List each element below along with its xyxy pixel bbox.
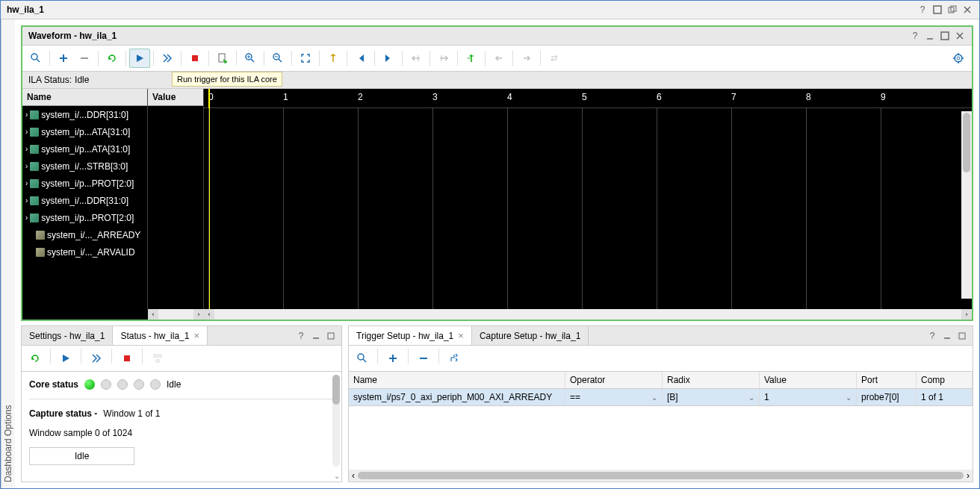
signal-row[interactable]: ›system_i/...STRB[3:0]	[22, 158, 147, 175]
ruler-tick: 1	[283, 92, 288, 102]
trigger-mode-button[interactable]	[444, 349, 465, 368]
zoom-out-button[interactable]	[267, 49, 288, 68]
chevron-down-icon[interactable]: ⌄	[748, 393, 754, 402]
next-marker-button[interactable]	[516, 49, 537, 68]
close-icon[interactable]: ×	[458, 330, 464, 341]
zoom-fit-button[interactable]	[295, 49, 316, 68]
maximize-icon[interactable]	[325, 330, 337, 342]
close-icon[interactable]: ×	[193, 330, 199, 341]
flowchart-button[interactable]	[147, 349, 168, 368]
scroll-left-icon[interactable]: ‹	[148, 309, 158, 320]
signal-row[interactable]: ›system_i/p...ATA[31:0]	[22, 140, 147, 158]
trigger-value[interactable]: 1	[764, 392, 769, 402]
expand-icon[interactable]: ›	[25, 145, 28, 153]
tab-status[interactable]: Status - hw_ila_1×	[113, 326, 208, 345]
signal-row[interactable]: ›system_i/p...PROT[2:0]	[22, 209, 147, 226]
run-trigger-button[interactable]	[55, 349, 76, 368]
prev-transition-button[interactable]	[406, 49, 427, 68]
waveform-canvas[interactable]: 0123456789	[204, 89, 972, 309]
scroll-left-icon[interactable]: ‹	[204, 309, 214, 320]
next-transition-button[interactable]	[433, 49, 454, 68]
minimize-icon[interactable]	[924, 30, 936, 42]
prev-marker-button[interactable]	[489, 49, 509, 68]
tab-trigger-setup[interactable]: Trigger Setup - hw_ila_1×	[349, 326, 472, 345]
scroll-left-icon[interactable]: ‹	[352, 470, 355, 481]
add-marker-button[interactable]	[461, 49, 482, 68]
goto-cursor-button[interactable]	[323, 49, 344, 68]
scroll-right-icon[interactable]: ›	[967, 470, 970, 481]
scrollbar-thumb[interactable]	[358, 472, 964, 479]
close-icon[interactable]	[954, 30, 966, 42]
run-trigger-button[interactable]	[129, 49, 150, 68]
close-icon[interactable]	[961, 4, 973, 16]
status-panel: Settings - hw_ila_1 Status - hw_ila_1× ?	[21, 326, 342, 482]
refresh-button[interactable]	[25, 349, 46, 368]
help-icon[interactable]: ?	[926, 330, 938, 342]
expand-icon[interactable]: ›	[25, 196, 28, 205]
tab-settings[interactable]: Settings - hw_ila_1	[22, 326, 113, 345]
expand-icon[interactable]: ›	[25, 214, 28, 222]
minimize-icon[interactable]	[310, 330, 322, 342]
maximize-icon[interactable]	[939, 30, 951, 42]
status-led-off	[117, 379, 128, 390]
col-header-radix[interactable]: Radix	[663, 372, 760, 388]
maximize-icon[interactable]	[956, 330, 968, 342]
signal-row[interactable]: system_i/..._ARREADY	[22, 226, 147, 243]
settings-gear-button[interactable]	[948, 49, 969, 68]
col-header-comp[interactable]: Comp	[917, 372, 973, 388]
add-button[interactable]	[382, 349, 403, 368]
float-icon[interactable]	[946, 4, 958, 16]
goto-start-button[interactable]	[350, 49, 371, 68]
scrollbar-thumb[interactable]	[332, 375, 340, 405]
stop-button[interactable]	[184, 49, 205, 68]
scrollbar-thumb[interactable]	[963, 113, 970, 172]
trigger-row[interactable]: system_i/ps7_0_axi_periph_M00_AXI_ARREAD…	[349, 389, 973, 406]
waveform-body: Name ›system_i/...DDR[31:0]›system_i/p..…	[22, 89, 972, 309]
expand-icon[interactable]: ›	[25, 110, 28, 119]
expand-icon[interactable]: ›	[25, 179, 28, 187]
stop-button[interactable]	[117, 349, 137, 368]
tab-capture-setup[interactable]: Capture Setup - hw_ila_1	[472, 326, 589, 345]
scroll-right-icon[interactable]: ›	[961, 309, 972, 320]
search-button[interactable]	[25, 49, 46, 68]
trigger-radix[interactable]: [B]	[667, 392, 678, 402]
horizontal-scrollbar[interactable]: ‹ ›	[349, 470, 973, 482]
signal-row[interactable]: ›system_i/p...ATA[31:0]	[22, 123, 147, 140]
expand-icon[interactable]: ›	[25, 128, 28, 136]
add-button[interactable]	[53, 49, 74, 68]
help-icon[interactable]: ?	[295, 330, 307, 342]
run-immediate-button[interactable]	[157, 49, 178, 68]
refresh-button[interactable]	[102, 49, 122, 68]
maximize-icon[interactable]	[931, 4, 943, 16]
remove-button[interactable]	[74, 49, 95, 68]
chevron-down-icon[interactable]: ⌄	[651, 393, 657, 402]
col-header-operator[interactable]: Operator	[565, 372, 663, 388]
zoom-in-button[interactable]	[240, 49, 261, 68]
vertical-scrollbar[interactable]	[332, 375, 340, 467]
run-immediate-button[interactable]	[86, 349, 107, 368]
signal-row[interactable]: ›system_i/...DDR[31:0]	[22, 106, 147, 123]
scroll-right-icon[interactable]: ›	[193, 309, 204, 320]
search-button[interactable]	[352, 349, 373, 368]
expand-icon[interactable]: ›	[25, 162, 28, 170]
chevron-down-icon[interactable]: ⌄	[334, 472, 340, 480]
help-icon[interactable]: ?	[917, 4, 928, 16]
remove-button[interactable]	[413, 349, 434, 368]
col-header-port[interactable]: Port	[857, 372, 917, 388]
col-header-name[interactable]: Name	[349, 372, 565, 388]
trigger-operator[interactable]: ==	[570, 392, 580, 402]
col-header-value[interactable]: Value	[760, 372, 857, 388]
signal-row[interactable]: ›system_i/p...PROT[2:0]	[22, 175, 147, 192]
vertical-scrollbar[interactable]	[961, 111, 972, 299]
canvas-hscroll[interactable]: ‹›	[204, 309, 972, 320]
value-hscroll[interactable]: ‹›	[148, 309, 204, 320]
export-button[interactable]	[212, 49, 233, 68]
signal-row[interactable]: system_i/..._ARVALID	[22, 243, 147, 261]
goto-end-button[interactable]	[378, 49, 399, 68]
help-icon[interactable]: ?	[909, 30, 921, 42]
signal-row[interactable]: ›system_i/...DDR[31:0]	[22, 192, 147, 209]
chevron-down-icon[interactable]: ⌄	[846, 393, 852, 402]
dashboard-options-tab[interactable]: Dashboard Options	[1, 19, 15, 488]
minimize-icon[interactable]	[941, 330, 953, 342]
swap-marker-button[interactable]	[544, 49, 565, 68]
